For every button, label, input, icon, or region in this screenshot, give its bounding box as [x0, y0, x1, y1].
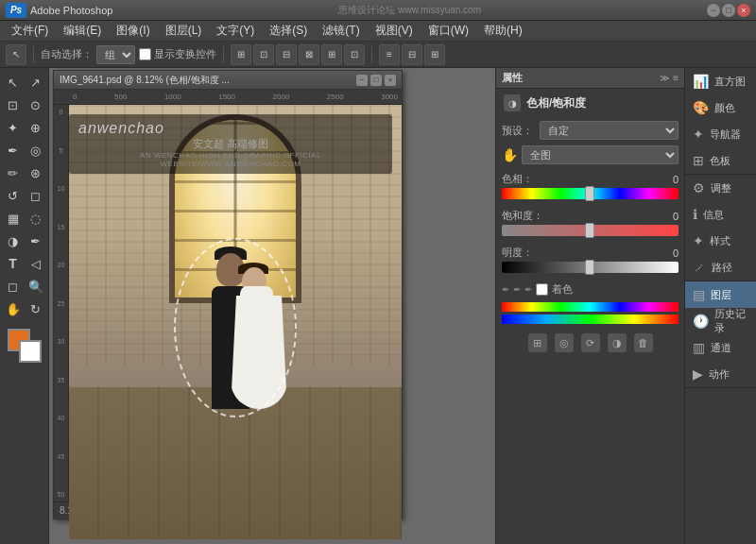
blur-tool-icon[interactable]: ◌: [26, 208, 46, 229]
auto-select-dropdown[interactable]: 组: [96, 45, 135, 64]
info-panel-item[interactable]: ℹ 信息: [685, 201, 756, 228]
align-right-icon[interactable]: ⊟: [276, 44, 297, 65]
actions-label: 动作: [709, 367, 730, 382]
eyedropper-icon[interactable]: ✒: [3, 140, 24, 161]
eraser-tool-icon[interactable]: ◻: [26, 185, 46, 206]
channels-icon: ▥: [693, 340, 705, 355]
align-center-icon[interactable]: ⊡: [253, 44, 274, 65]
distribute-v-icon[interactable]: ⊟: [402, 44, 422, 65]
right-bottom-section: ▤ 图层 🕐 历史记录 ▥ 通道 ▶ 动作: [685, 281, 756, 388]
menu-edit[interactable]: 编辑(E): [56, 21, 109, 41]
background-color-swatch[interactable]: [19, 340, 42, 363]
saturation-value: 0: [650, 211, 679, 222]
hand-tool-icon[interactable]: ✋: [3, 298, 24, 319]
delete-button[interactable]: ⟳: [581, 333, 600, 352]
tool-row-1: ↖ ↗: [3, 72, 46, 93]
histogram-icon: 📊: [693, 74, 709, 89]
menu-select[interactable]: 选择(S): [262, 21, 315, 41]
rotate-view-icon[interactable]: ↻: [26, 298, 46, 319]
menu-image[interactable]: 图像(I): [109, 21, 157, 41]
swatches-panel-item[interactable]: ⊞ 色板: [685, 147, 756, 174]
properties-menu-icon[interactable]: ≡: [673, 73, 679, 83]
history-brush-icon[interactable]: ↺: [3, 185, 24, 206]
layers-panel-item[interactable]: ▤ 图层: [685, 281, 756, 308]
zoom-tool-icon[interactable]: 🔍: [26, 276, 46, 297]
channel-dropdown[interactable]: 全图: [522, 145, 679, 164]
doc-close-button[interactable]: ×: [385, 75, 396, 86]
align-top-icon[interactable]: ⊠: [299, 44, 319, 65]
view-button[interactable]: ◑: [608, 333, 627, 352]
doc-maximize-button[interactable]: □: [370, 75, 382, 86]
show-transform-label: 显示变换控件: [139, 47, 216, 61]
eyedropper1-icon[interactable]: ✒: [502, 284, 509, 295]
minimize-button[interactable]: −: [707, 4, 720, 17]
menu-layer[interactable]: 图层(L): [158, 21, 210, 41]
toggle-visibility-button[interactable]: ◎: [555, 333, 574, 352]
hue-thumb[interactable]: [585, 186, 594, 201]
clone-stamp-icon[interactable]: ⊛: [26, 162, 46, 183]
preset-dropdown[interactable]: 自定: [540, 121, 679, 140]
menu-view[interactable]: 视图(V): [368, 21, 421, 41]
clip-to-layer-button[interactable]: ⊞: [528, 333, 547, 352]
canvas-content: anwenchao 安文超 高端修图 AN WENCHAO HIGH-END G…: [69, 105, 402, 539]
pen-tool-icon[interactable]: ✒: [26, 230, 46, 251]
properties-panel: 属性 ≫ ≡ ◑ 色相/饱和度 预设： 自定: [495, 68, 684, 544]
histogram-panel-item[interactable]: 📊 直方图: [685, 68, 756, 94]
properties-expand-icon[interactable]: ≫: [660, 73, 669, 83]
maximize-button[interactable]: □: [722, 4, 735, 17]
brush-tool-icon[interactable]: ✏: [3, 162, 24, 183]
tool-row-10: ◻ 🔍: [3, 276, 46, 297]
direct-select-icon[interactable]: ↗: [26, 72, 46, 93]
styles-panel-item[interactable]: ✦ 样式: [685, 228, 756, 254]
healing-brush-icon[interactable]: ◎: [26, 140, 46, 161]
trash-button[interactable]: 🗑: [634, 333, 653, 352]
color-bar-2: [502, 314, 679, 324]
saturation-thumb[interactable]: [585, 223, 594, 238]
text-tool-icon[interactable]: T: [3, 253, 24, 274]
magic-wand-icon[interactable]: ✦: [3, 117, 24, 138]
menu-window[interactable]: 窗口(W): [421, 21, 476, 41]
path-select-icon[interactable]: ◁: [26, 253, 46, 274]
doc-minimize-button[interactable]: −: [356, 75, 368, 86]
colorize-checkbox[interactable]: [536, 283, 548, 296]
move-tool-icon[interactable]: ↖: [6, 44, 26, 65]
marquee-tool-icon[interactable]: ⊡: [3, 94, 24, 115]
align-bottom-icon[interactable]: ⊡: [344, 44, 365, 65]
color-icon: 🎨: [693, 100, 709, 115]
distribute-h-icon[interactable]: ≡: [379, 44, 400, 65]
canvas-area: IMG_9641.psd @ 8.12% (色相/饱和度 ... − □ × 0…: [49, 68, 495, 544]
arrange-icon[interactable]: ⊞: [424, 44, 445, 65]
align-middle-icon[interactable]: ⊞: [321, 44, 342, 65]
saturation-label-row: 饱和度： 0: [502, 209, 679, 223]
shape-tool-icon[interactable]: ◻: [3, 276, 24, 297]
menu-help[interactable]: 帮助(H): [476, 21, 530, 41]
logo-overlay: anwenchao 安文超 高端修图 AN WENCHAO HIGH-END G…: [69, 114, 392, 174]
bottom-btn-row: ⊞ ◎ ⟳ ◑ 🗑: [502, 330, 679, 356]
history-panel-item[interactable]: 🕐 历史记录: [685, 308, 756, 334]
lasso-tool-icon[interactable]: ⊙: [26, 94, 46, 115]
channels-panel-item[interactable]: ▥ 通道: [685, 334, 756, 361]
menu-text[interactable]: 文字(Y): [209, 21, 262, 41]
navigator-panel-item[interactable]: ✦ 导航器: [685, 121, 756, 147]
tool-row-8: ◑ ✒: [3, 230, 46, 251]
rainbow-bar: [502, 302, 679, 312]
menu-filter[interactable]: 滤镜(T): [315, 21, 367, 41]
paths-panel-item[interactable]: ⟋ 路径: [685, 254, 756, 280]
actions-panel-item[interactable]: ▶ 动作: [685, 361, 756, 387]
selection-tool-icon[interactable]: ↖: [3, 72, 24, 93]
channel-cursor-icon[interactable]: ✋: [502, 147, 518, 162]
crop-tool-icon[interactable]: ⊕: [26, 117, 46, 138]
color-panel-item[interactable]: 🎨 颜色: [685, 94, 756, 121]
close-button[interactable]: ×: [737, 4, 750, 17]
eyedropper2-icon[interactable]: ✒: [513, 284, 521, 295]
eyedropper3-icon[interactable]: ✒: [524, 284, 532, 295]
brightness-thumb[interactable]: [585, 260, 594, 275]
canvas-with-ruler: 0 5 10 15 20 25 30 35 40 45 50: [54, 105, 402, 502]
show-transform-checkbox[interactable]: [139, 48, 151, 60]
dodge-tool-icon[interactable]: ◑: [3, 230, 24, 251]
gradient-tool-icon[interactable]: ▦: [3, 208, 24, 229]
align-left-icon[interactable]: ⊞: [231, 44, 251, 65]
hue-value: 0: [650, 174, 679, 185]
adjustments-panel-item[interactable]: ⚙ 调整: [685, 175, 756, 201]
menu-file[interactable]: 文件(F): [4, 21, 56, 41]
